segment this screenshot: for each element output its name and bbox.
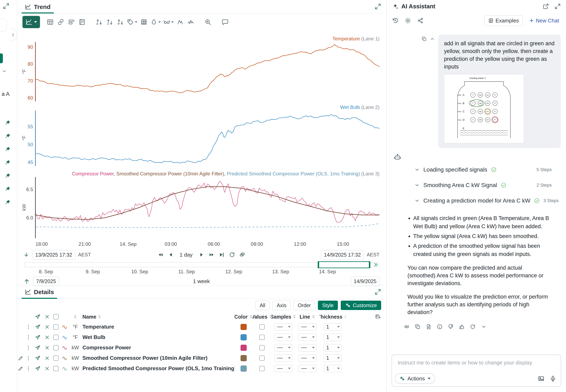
select-all-checkbox[interactable] xyxy=(53,314,58,319)
display-range-end[interactable]: 14/9/2025 17:32 xyxy=(321,250,364,260)
expand-panel-icon[interactable] xyxy=(3,3,9,9)
down-arrow-icon[interactable] xyxy=(23,252,29,258)
remove-icon[interactable] xyxy=(44,366,50,371)
expand-trend-icon[interactable] xyxy=(375,3,381,10)
signal-tools-button[interactable] xyxy=(94,16,104,28)
skip-end-icon[interactable] xyxy=(219,252,225,258)
row-menu-icon[interactable] xyxy=(26,324,31,330)
double-chevron-right-icon[interactable] xyxy=(373,262,378,267)
mic-icon[interactable] xyxy=(550,375,556,382)
navigate-icon[interactable] xyxy=(35,324,41,330)
samples-select[interactable] xyxy=(274,323,292,331)
plan-step[interactable]: Creating a prediction model for Area C k… xyxy=(414,193,552,209)
filter-axis-button[interactable]: Axis xyxy=(272,301,291,310)
data-grid-button[interactable] xyxy=(45,16,56,28)
share-icon[interactable] xyxy=(417,17,424,24)
expand-details-icon[interactable] xyxy=(375,289,381,295)
labels-button[interactable] xyxy=(126,16,139,28)
capsules-button[interactable] xyxy=(66,16,77,28)
thickness-select[interactable]: 1 xyxy=(324,344,341,351)
duration-label[interactable]: 1 day xyxy=(180,252,193,258)
attached-image[interactable]: Cooling tower 1AreaATWBkWPAreaBTWBkWPAre… xyxy=(444,74,524,143)
metrics-button[interactable] xyxy=(175,16,185,28)
remove-icon[interactable] xyxy=(44,324,50,330)
sort-icon[interactable] xyxy=(98,315,102,319)
line-select[interactable] xyxy=(298,354,316,362)
duplicate-icon[interactable] xyxy=(239,252,245,258)
chart-type-button[interactable] xyxy=(22,16,40,28)
copy-icon[interactable] xyxy=(415,324,421,330)
row-checkbox[interactable] xyxy=(53,345,58,350)
signal-name[interactable]: Predicted Smoothed Compressor Power (OLS… xyxy=(81,365,235,372)
color-swatch[interactable] xyxy=(241,334,247,340)
pin-icon[interactable] xyxy=(4,159,11,166)
signal-compare-button[interactable] xyxy=(115,16,126,28)
table-row[interactable]: °F Temperature 1 xyxy=(17,322,386,332)
sparkline-button[interactable] xyxy=(185,16,196,28)
copy-icon[interactable] xyxy=(422,36,427,42)
play-icon[interactable] xyxy=(198,252,204,258)
table-row[interactable]: °F Wet Bulb 1 xyxy=(17,332,386,342)
color-swatch[interactable] xyxy=(241,324,247,330)
samples-select[interactable] xyxy=(274,354,292,362)
annotate-button[interactable] xyxy=(220,16,230,28)
row-checkbox[interactable] xyxy=(53,355,58,361)
navigate-icon[interactable] xyxy=(35,335,41,340)
sort-icon[interactable] xyxy=(249,315,253,319)
info-icon[interactable] xyxy=(437,324,443,330)
step-back-icon[interactable] xyxy=(168,252,174,258)
sort-icon[interactable] xyxy=(292,315,296,319)
values-checkbox[interactable] xyxy=(259,324,265,330)
values-checkbox[interactable] xyxy=(259,366,265,371)
display-range-start[interactable]: 13/9/2025 17:32 xyxy=(32,250,75,260)
thickness-select[interactable]: 1 xyxy=(324,334,341,341)
chat-input[interactable] xyxy=(398,358,555,367)
remove-icon[interactable] xyxy=(44,335,50,340)
remove-icon[interactable] xyxy=(44,345,50,350)
remove-icon[interactable] xyxy=(44,355,50,361)
sort-icon[interactable] xyxy=(73,315,77,319)
investigate-range-end[interactable]: 14/9/2025 xyxy=(351,277,380,286)
pin-icon[interactable] xyxy=(4,186,11,192)
timeline-scrubber[interactable] xyxy=(24,262,379,267)
gear-icon[interactable] xyxy=(405,17,411,24)
sort-icon[interactable] xyxy=(269,315,271,319)
plan-step[interactable]: Loading specified signals 5 Steps xyxy=(414,162,552,177)
signal-name[interactable]: Wet Bulb xyxy=(81,334,235,340)
signal-name[interactable]: Compressor Power xyxy=(81,345,235,351)
navigate-column-icon[interactable] xyxy=(35,314,41,320)
row-menu-icon[interactable] xyxy=(26,366,31,371)
color-swatch[interactable] xyxy=(241,365,247,372)
tab-details[interactable]: Details xyxy=(22,286,57,299)
chevron-up-icon[interactable] xyxy=(430,36,435,42)
navigate-icon[interactable] xyxy=(35,366,41,371)
thumb-up-icon[interactable] xyxy=(459,324,465,330)
speaker-icon[interactable] xyxy=(404,324,410,330)
add-column-icon[interactable] xyxy=(375,314,381,320)
chevron-down-icon[interactable] xyxy=(2,69,7,74)
dimming-button[interactable] xyxy=(149,16,162,28)
color-swatch[interactable] xyxy=(241,355,247,361)
navigate-icon[interactable] xyxy=(35,345,41,350)
samples-select[interactable] xyxy=(274,365,292,372)
pin-icon[interactable] xyxy=(4,173,11,179)
row-checkbox[interactable] xyxy=(53,335,58,340)
thickness-select[interactable]: 1 xyxy=(324,323,341,331)
refresh-icon[interactable] xyxy=(470,324,476,330)
values-checkbox[interactable] xyxy=(259,345,265,350)
thickness-select[interactable]: 1 xyxy=(324,365,341,372)
examples-button[interactable]: Examples xyxy=(484,15,523,26)
sort-icon[interactable] xyxy=(344,315,346,319)
investigate-range-start[interactable]: 7/9/2025 xyxy=(33,277,59,286)
row-menu-icon[interactable] xyxy=(26,345,31,350)
row-checkbox[interactable] xyxy=(53,366,58,371)
gridlines-button[interactable] xyxy=(139,16,149,28)
thickness-select[interactable]: 1 xyxy=(324,354,341,362)
line-select[interactable] xyxy=(298,323,316,331)
samples-select[interactable] xyxy=(274,334,292,341)
image-icon[interactable] xyxy=(538,375,544,382)
link-button[interactable] xyxy=(56,16,66,28)
table-row[interactable]: kW Predicted Smoothed Compressor Power (… xyxy=(17,363,386,374)
filter-all-button[interactable]: All xyxy=(255,301,269,310)
journal-button[interactable] xyxy=(77,16,87,28)
